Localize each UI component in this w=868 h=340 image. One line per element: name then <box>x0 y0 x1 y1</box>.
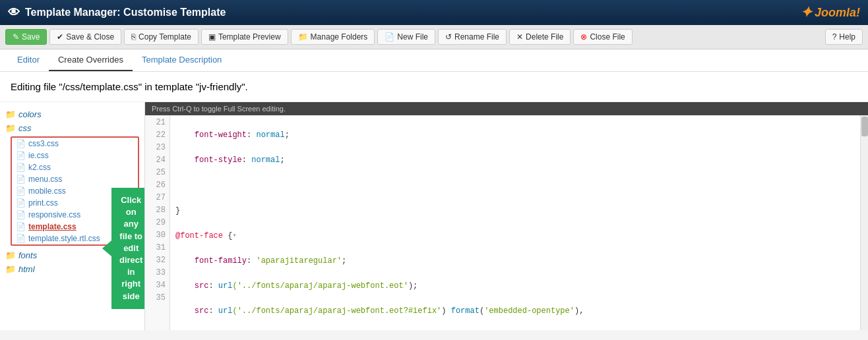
line-numbers: 21 22 23 24 25 26 27 28 29 30 31 32 33 3… <box>145 115 170 330</box>
help-icon: ? <box>832 32 837 42</box>
help-button[interactable]: ? Help <box>825 29 863 45</box>
new-file-button[interactable]: 📄 New File <box>377 29 435 45</box>
folder-icon: 📁 <box>298 32 308 42</box>
editing-bar: Editing file "/css/template.css" in temp… <box>0 72 868 102</box>
tab-create-overrides[interactable]: Create Overrides <box>49 49 133 71</box>
ctrl-q-bar: Press Ctrl-Q to toggle Full Screen editi… <box>145 102 868 115</box>
file-k2[interactable]: 📄 k2.css <box>12 161 138 173</box>
toolbar: ✎ Save ✔ Save & Close ⎘ Copy Template ▣ … <box>0 25 868 49</box>
file-icon-print: 📄 <box>16 198 26 208</box>
tab-editor[interactable]: Editor <box>8 49 49 71</box>
file-icon-template-rtl: 📄 <box>16 234 26 243</box>
code-editor[interactable]: 21 22 23 24 25 26 27 28 29 30 31 32 33 3… <box>145 115 868 330</box>
callout-arrow <box>102 241 111 256</box>
rename-file-button[interactable]: ↺ Rename File <box>438 29 507 45</box>
file-icon-ie: 📄 <box>16 151 26 160</box>
file-menu[interactable]: 📄 menu.css <box>12 173 138 185</box>
folder-icon-html: 📁 <box>5 264 16 274</box>
folder-colors[interactable]: 📁 colors <box>0 107 144 121</box>
file-ie[interactable]: 📄 ie.css <box>12 150 138 161</box>
joomla-star-icon: ✦ <box>800 4 812 21</box>
file-icon-template: 📄 <box>16 222 26 231</box>
save-close-button[interactable]: ✔ Save & Close <box>49 29 121 45</box>
callout-box: Click on any file to edit direct in righ… <box>111 188 145 309</box>
folder-icon-colors: 📁 <box>5 109 16 119</box>
close-file-button[interactable]: ⊗ Close File <box>573 29 632 45</box>
rename-icon: ↺ <box>445 32 452 42</box>
template-preview-button[interactable]: ▣ Template Preview <box>201 29 288 45</box>
editing-info: Editing file "/css/template.css" in temp… <box>11 81 248 92</box>
joomla-logo: ✦ Joomla! <box>800 4 860 21</box>
tabs: Editor Create Overrides Template Descrip… <box>0 49 868 72</box>
page-title: Template Manager: Customise Template <box>25 7 226 18</box>
folder-icon-fonts: 📁 <box>5 250 16 260</box>
folder-icon-css: 📁 <box>5 123 16 133</box>
close-icon: ⊗ <box>580 32 587 42</box>
code-content[interactable]: font-weight: normal; font-style: normal;… <box>170 115 860 330</box>
tab-template-description[interactable]: Template Description <box>133 49 231 71</box>
new-file-icon: 📄 <box>385 32 394 42</box>
eye-icon: 👁 <box>8 6 20 20</box>
file-icon-mobile: 📄 <box>16 186 26 196</box>
file-icon-css3: 📄 <box>16 139 26 148</box>
delete-file-button[interactable]: ✕ Delete File <box>509 29 571 45</box>
save-button[interactable]: ✎ Save <box>5 29 47 45</box>
check-icon: ✔ <box>57 32 63 42</box>
file-icon-responsive: 📄 <box>16 210 26 219</box>
main-content: 📁 colors 📁 css 📄 css3.css 📄 ie.css 📄 k2.… <box>0 102 868 330</box>
scrollbar[interactable] <box>860 115 868 330</box>
file-css3[interactable]: 📄 css3.css <box>12 138 138 150</box>
folder-css[interactable]: 📁 css <box>0 121 144 135</box>
copy-icon: ⎘ <box>131 32 136 42</box>
callout: Click on any file to edit direct in righ… <box>102 188 145 309</box>
code-area: Press Ctrl-Q to toggle Full Screen editi… <box>145 102 868 330</box>
copy-template-button[interactable]: ⎘ Copy Template <box>124 29 199 45</box>
preview-icon: ▣ <box>208 32 216 42</box>
save-icon: ✎ <box>13 32 19 42</box>
delete-icon: ✕ <box>516 32 523 42</box>
scrollbar-thumb[interactable] <box>861 117 868 136</box>
file-icon-k2: 📄 <box>16 163 26 172</box>
manage-folders-button[interactable]: 📁 Manage Folders <box>291 29 375 45</box>
title-bar: 👁 Template Manager: Customise Template ✦… <box>0 0 868 25</box>
file-tree: 📁 colors 📁 css 📄 css3.css 📄 ie.css 📄 k2.… <box>0 102 145 330</box>
file-icon-menu: 📄 <box>16 175 26 184</box>
